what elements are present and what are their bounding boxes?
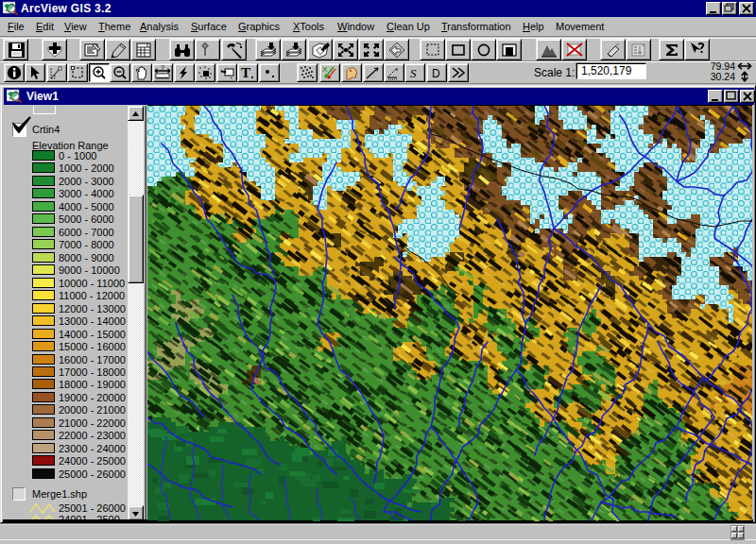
svg-text:D: D — [432, 67, 440, 80]
svg-text:T: T — [241, 65, 250, 80]
svg-text:?: ? — [161, 65, 164, 71]
svg-text:S: S — [410, 66, 417, 80]
svg-text:X: X — [322, 65, 328, 74]
